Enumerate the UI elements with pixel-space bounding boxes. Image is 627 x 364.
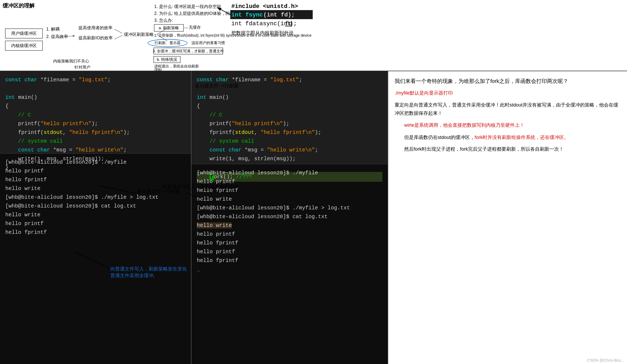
svg-text:无缓存: 无缓存: [189, 25, 201, 29]
left-panel: const char *filename = "log.txt"; int ma…: [0, 71, 191, 364]
explanation-note2: 重定向是向普通文件写入，普通文件采用全缓冲！此时stdout并没有被写满，由于全…: [395, 101, 621, 117]
svg-text:内核策略我们不关心: 内核策略我们不关心: [53, 59, 89, 63]
svg-text:内核级缓冲区: 内核级缓冲区: [11, 43, 37, 48]
svg-text:提高使用者的效率: 提高使用者的效率: [78, 26, 112, 30]
explanation-intro: 我们来看一个奇特的现象，为啥那么加了fork之后，库函数会打印两次呢？: [395, 77, 621, 86]
explanation-panel: 我们来看一个奇特的现象，为啥那么加了fork之后，库函数会打印两次呢？ ./my…: [388, 71, 627, 364]
svg-line-10: [114, 29, 122, 33]
svg-text:提高刷新IO的效率: 提高刷新IO的效率: [78, 36, 113, 40]
svg-text:用户级缓冲区: 用户级缓冲区: [11, 31, 37, 36]
left-terminal-content: [whb@bite-alicloud lesson20]$ ./myfile h…: [5, 158, 186, 237]
svg-text:int fsync: int fsync: [231, 12, 263, 18]
svg-text:行刷新、显示器: 行刷新、显示器: [154, 41, 181, 45]
svg-text:1. 是什么: 缓冲区就是一段内存空间: 1. 是什么: 缓冲区就是一段内存空间: [154, 4, 221, 9]
svg-text:3. 怎么办:: 3. 怎么办:: [154, 18, 173, 23]
svg-text:int fdatasync(int: int fdatasync(int: [231, 20, 291, 27]
explanation-note1: ./myfile默认是向显示器打印: [395, 90, 453, 96]
svg-text:强制: 强制: [154, 68, 162, 71]
explanation-note4: 但是库函数仍在stdout的缓冲区，fork时并没有刷新给操作系统，还在缓冲区。: [395, 133, 621, 142]
svg-text:b. 特殊情况: b. 特殊情况: [157, 57, 177, 62]
svg-text:#include <unistd.h>: #include <unistd.h>: [231, 3, 298, 10]
watermark: CSDN @Chris-Bos...: [587, 358, 624, 362]
diagram-area: 缓冲区的理解 用户级缓冲区 内核级缓冲区 1. 解耦 2. 提高效率 提高使用者…: [0, 0, 627, 71]
svg-line-11: [114, 35, 122, 39]
right-panel: const char *filename = "log.txt"; int ma…: [191, 71, 388, 364]
svg-text:3. 全缓冲，缓冲区写满，才刷新，普通文件: 3. 全缓冲，缓冲区写满，才刷新，普通文件: [153, 49, 224, 53]
svg-text:缓冲区刷新策略: 缓冲区刷新策略: [124, 32, 154, 37]
right-section: const char *filename = "log.txt"; int ma…: [191, 71, 627, 364]
code-area: const char *filename = "log.txt"; int ma…: [0, 71, 627, 364]
svg-text:);: );: [290, 20, 297, 27]
svg-text:把数据立即从内核刷新到外设: 把数据立即从内核刷新到外设: [231, 30, 294, 36]
explanation-note3: wirte是系统调用，他会直接把数据写到内核乃至硬件上！: [395, 122, 524, 128]
svg-text:a. 刷新策略: a. 刷新策略: [159, 26, 179, 30]
left-terminal: [whb@bite-alicloud lesson20]$ ./myfile h…: [0, 154, 191, 364]
display-label: 显示器文件->行刷新: [195, 83, 239, 89]
svg-text:1. 解耦: 1. 解耦: [46, 27, 60, 31]
diagram-svg: 用户级缓冲区 内核级缓冲区 1. 解耦 2. 提高效率 提高使用者的效率 提高刷…: [0, 0, 627, 71]
plain-file-label: 向普通文件写入，刷新策略发生变化: [162, 184, 239, 190]
svg-text:适应用户的查看习惯: 适应用户的查看习惯: [191, 41, 225, 45]
left-code-block: const char *filename = "log.txt"; int ma…: [0, 71, 191, 154]
explanation-note5: 然后fork时出现父子进程，fork完后父子进程都要刷新，所以各自刷新一次！: [395, 145, 621, 153]
svg-text:(int fd);: (int fd);: [263, 12, 295, 18]
right-terminal: [whb@bite-alicloud lesson20]$ ./myfile h…: [191, 164, 388, 364]
svg-text:针对用户: 针对用户: [74, 65, 90, 69]
